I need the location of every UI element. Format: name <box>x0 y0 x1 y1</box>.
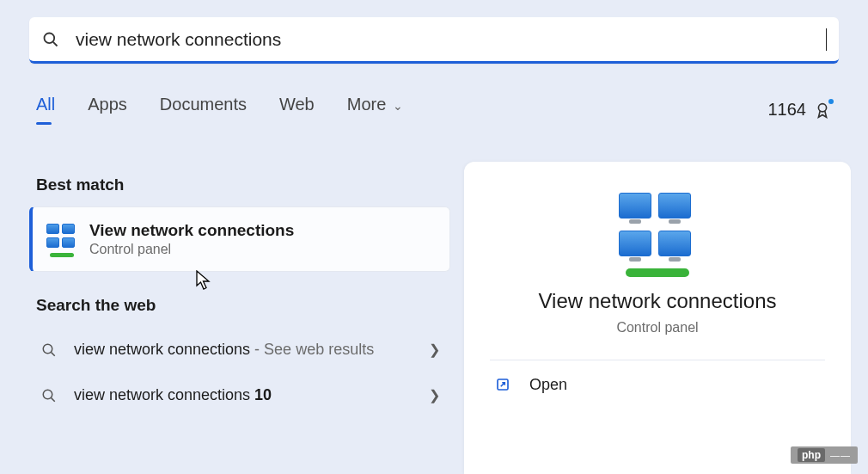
search-input[interactable] <box>76 29 828 50</box>
tab-all[interactable]: All <box>36 95 55 125</box>
preview-title: View network connections <box>538 289 776 313</box>
best-match-subtitle: Control panel <box>89 242 294 257</box>
svg-line-6 <box>52 397 55 401</box>
chevron-right-icon: ❯ <box>429 387 440 403</box>
network-connections-icon <box>619 193 696 270</box>
text-caret <box>826 28 828 51</box>
chevron-down-icon: ⌄ <box>389 99 403 113</box>
preview-subtitle: Control panel <box>616 320 698 335</box>
network-connections-icon <box>46 224 77 255</box>
watermark-brand: php <box>798 448 825 462</box>
search-icon <box>40 341 58 360</box>
svg-point-0 <box>45 33 55 43</box>
results-column: Best match View network connections Cont… <box>29 163 450 418</box>
svg-point-2 <box>818 103 826 111</box>
search-bar[interactable] <box>29 17 839 64</box>
filter-tabs: All Apps Documents Web More ⌄ <box>36 95 832 125</box>
tab-web[interactable]: Web <box>279 95 315 125</box>
open-label: Open <box>529 376 567 394</box>
rewards-indicator[interactable]: 1164 <box>768 100 833 120</box>
best-match-header: Best match <box>36 175 450 194</box>
watermark-rest: —— <box>830 450 851 460</box>
svg-point-3 <box>43 344 52 354</box>
tab-more[interactable]: More ⌄ <box>347 95 403 125</box>
best-match-result[interactable]: View network connections Control panel <box>29 206 450 272</box>
open-icon <box>495 377 512 394</box>
svg-line-4 <box>52 352 55 355</box>
tab-apps[interactable]: Apps <box>88 95 127 125</box>
watermark: php —— <box>791 446 858 464</box>
tab-documents[interactable]: Documents <box>160 95 247 125</box>
chevron-right-icon: ❯ <box>429 342 440 358</box>
svg-point-5 <box>43 390 52 399</box>
medal-icon <box>813 101 832 120</box>
web-result-0[interactable]: view network connections - See web resul… <box>29 327 450 372</box>
preview-panel: View network connections Control panel O… <box>464 162 851 474</box>
web-result-text: view network connections - See web resul… <box>74 339 429 360</box>
search-icon <box>40 386 58 405</box>
search-icon <box>41 30 60 49</box>
best-match-title: View network connections <box>89 221 294 240</box>
web-result-1[interactable]: view network connections 10 ❯ <box>29 372 450 418</box>
open-action[interactable]: Open <box>490 360 825 409</box>
web-result-text: view network connections 10 <box>74 385 429 406</box>
rewards-points: 1164 <box>768 100 807 120</box>
svg-line-1 <box>53 41 58 46</box>
search-web-header: Search the web <box>36 296 450 315</box>
